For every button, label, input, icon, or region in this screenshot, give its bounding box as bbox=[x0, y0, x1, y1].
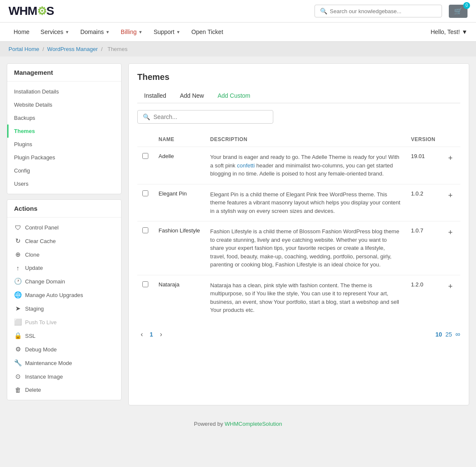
table-row: Adelle Your brand is eager and ready to … bbox=[137, 147, 460, 184]
row-elegant-checkbox[interactable] bbox=[142, 190, 148, 196]
action-instance-image[interactable]: ⊙ Instance Image bbox=[7, 370, 121, 383]
sidebar-item-themes[interactable]: Themes bbox=[7, 125, 121, 138]
actions-list: 🛡 Control Panel ↻ Clear Cache ⊕ Clone ↑ … bbox=[7, 218, 121, 400]
nav-support[interactable]: Support ▼ bbox=[148, 23, 185, 41]
manage-upgrades-icon: 🌐 bbox=[14, 291, 22, 299]
action-control-panel-label: Control Panel bbox=[25, 224, 59, 231]
ssl-icon: 🔒 bbox=[14, 332, 22, 340]
row-fashion-checkbox[interactable] bbox=[142, 227, 148, 233]
billing-chevron: ▼ bbox=[138, 30, 142, 34]
footer-link[interactable]: WHMCompleteSolution bbox=[225, 421, 282, 427]
actions-card: Actions 🛡 Control Panel ↻ Clear Cache ⊕ … bbox=[7, 199, 122, 400]
action-update[interactable]: ↑ Update bbox=[7, 261, 121, 275]
row-adelle-add-button[interactable]: + bbox=[445, 153, 455, 164]
action-manage-upgrades-label: Manage Auto Upgrades bbox=[25, 292, 83, 298]
theme-search-input[interactable] bbox=[153, 113, 268, 120]
sidebar-item-website-details[interactable]: Website Details bbox=[7, 98, 121, 111]
action-control-panel[interactable]: 🛡 Control Panel bbox=[7, 221, 121, 234]
logo-text: WHM⚙S bbox=[8, 4, 54, 18]
row-nataraja-checkbox-cell bbox=[137, 275, 153, 320]
pagination-size-25[interactable]: 25 bbox=[445, 331, 452, 338]
user-greeting[interactable]: Hello, Test! ▼ bbox=[431, 28, 468, 35]
nav-links: Home Services ▼ Domains ▼ Billing ▼ Supp… bbox=[8, 23, 228, 41]
row-elegant-description: Elegant Pin is a child theme of Elegant … bbox=[205, 184, 406, 221]
sidebar-item-config[interactable]: Config bbox=[7, 164, 121, 177]
tab-installed[interactable]: Installed bbox=[137, 89, 173, 103]
themes-table: NAME DESCRIPTION VERSION Adelle Your bbox=[137, 132, 460, 320]
sidebar-item-installation-details[interactable]: Installation Details bbox=[7, 85, 121, 98]
row-fashion-description: Fashion Lifestyle is a child theme of Bl… bbox=[205, 221, 406, 275]
sidebar-item-users[interactable]: Users bbox=[7, 177, 121, 190]
action-change-domain-label: Change Domain bbox=[25, 278, 65, 285]
action-maintenance-mode-label: Maintenance Mode bbox=[25, 360, 72, 366]
breadcrumb: Portal Home / WordPress Manager / Themes bbox=[0, 42, 476, 57]
action-change-domain[interactable]: 🕐 Change Domain bbox=[7, 275, 121, 288]
pagination-next[interactable]: › bbox=[156, 329, 165, 340]
row-nataraja-version: 1.2.0 bbox=[406, 275, 441, 320]
action-clone[interactable]: ⊕ Clone bbox=[7, 248, 121, 261]
row-nataraja-description: Nataraja has a clean, pink style with fa… bbox=[205, 275, 406, 320]
nav-services[interactable]: Services ▼ bbox=[35, 23, 74, 41]
row-adelle-checkbox-cell bbox=[137, 147, 153, 184]
row-adelle-description: Your brand is eager and ready to go. The… bbox=[205, 147, 406, 184]
panel-title: Themes bbox=[137, 72, 460, 82]
cart-badge: 0 bbox=[463, 2, 470, 9]
pagination-size-inf[interactable]: ∞ bbox=[456, 331, 460, 338]
action-delete[interactable]: 🗑 Delete bbox=[7, 383, 121, 396]
action-manage-auto-upgrades[interactable]: 🌐 Manage Auto Upgrades bbox=[7, 288, 121, 302]
action-maintenance-mode[interactable]: 🔧 Maintenance Mode bbox=[7, 356, 121, 370]
breadcrumb-wordpress-manager[interactable]: WordPress Manager bbox=[47, 46, 98, 52]
nav-domains[interactable]: Domains ▼ bbox=[75, 23, 115, 41]
sidebar-item-backups[interactable]: Backups bbox=[7, 111, 121, 125]
action-clone-label: Clone bbox=[25, 252, 40, 258]
action-clear-cache[interactable]: ↻ Clear Cache bbox=[7, 234, 121, 248]
action-ssl[interactable]: 🔒 SSL bbox=[7, 329, 121, 342]
cart-button[interactable]: 🛒 0 bbox=[449, 5, 468, 18]
main-nav: Home Services ▼ Domains ▼ Billing ▼ Supp… bbox=[0, 23, 476, 42]
action-staging-label: Staging bbox=[25, 306, 44, 312]
knowledge-search-input[interactable] bbox=[330, 8, 436, 14]
control-panel-icon: 🛡 bbox=[14, 224, 22, 231]
row-nataraja-add-button[interactable]: + bbox=[445, 281, 455, 292]
support-chevron: ▼ bbox=[176, 30, 180, 34]
pagination-size-10[interactable]: 10 bbox=[435, 331, 442, 338]
pagination-prev[interactable]: ‹ bbox=[137, 329, 146, 340]
nav-open-ticket[interactable]: Open Ticket bbox=[186, 23, 228, 41]
actions-title: Actions bbox=[7, 200, 121, 218]
main-panel: Themes Installed Add New Add Custom 🔍 NA… bbox=[128, 63, 469, 405]
sidebar-item-plugins[interactable]: Plugins bbox=[7, 138, 121, 151]
logo: WHM⚙S bbox=[8, 4, 54, 18]
row-nataraja-name: Nataraja bbox=[153, 275, 205, 320]
clear-cache-icon: ↻ bbox=[14, 237, 22, 245]
row-elegant-add-cell: + bbox=[440, 184, 460, 221]
knowledge-search-box: 🔍 bbox=[314, 5, 442, 17]
domains-chevron: ▼ bbox=[105, 30, 110, 34]
nav-billing[interactable]: Billing ▼ bbox=[116, 23, 147, 41]
nav-home[interactable]: Home bbox=[8, 23, 34, 41]
col-header-action bbox=[440, 132, 460, 147]
action-update-label: Update bbox=[25, 265, 43, 271]
pagination-sizes: 10 25 ∞ bbox=[435, 331, 460, 338]
row-adelle-name: Adelle bbox=[153, 147, 205, 184]
action-delete-label: Delete bbox=[25, 387, 41, 393]
row-fashion-name: Fashion Lifestyle bbox=[153, 221, 205, 275]
table-header-row: NAME DESCRIPTION VERSION bbox=[137, 132, 460, 147]
action-staging[interactable]: ➤ Staging bbox=[7, 302, 121, 315]
sidebar-item-plugin-packages[interactable]: Plugin Packages bbox=[7, 151, 121, 164]
row-nataraja-checkbox[interactable] bbox=[142, 281, 148, 287]
tab-add-new[interactable]: Add New bbox=[173, 89, 211, 103]
row-adelle-checkbox[interactable] bbox=[142, 153, 148, 159]
tab-add-custom[interactable]: Add Custom bbox=[211, 89, 257, 103]
row-elegant-add-button[interactable]: + bbox=[445, 190, 455, 201]
col-header-name: NAME bbox=[153, 132, 205, 147]
row-elegant-checkbox-cell bbox=[137, 184, 153, 221]
adelle-confetti-link[interactable]: confetti bbox=[237, 162, 255, 169]
breadcrumb-portal-home[interactable]: Portal Home bbox=[8, 46, 39, 52]
row-fashion-add-button[interactable]: + bbox=[445, 227, 455, 238]
services-chevron: ▼ bbox=[65, 30, 69, 34]
footer: Powered by WHMCompleteSolution bbox=[0, 412, 476, 436]
action-debug-mode[interactable]: ⚙ Debug Mode bbox=[7, 342, 121, 356]
row-adelle-add-cell: + bbox=[440, 147, 460, 184]
push-to-live-icon: ⬜ bbox=[14, 318, 22, 326]
col-header-description: DESCRIPTION bbox=[205, 132, 406, 147]
